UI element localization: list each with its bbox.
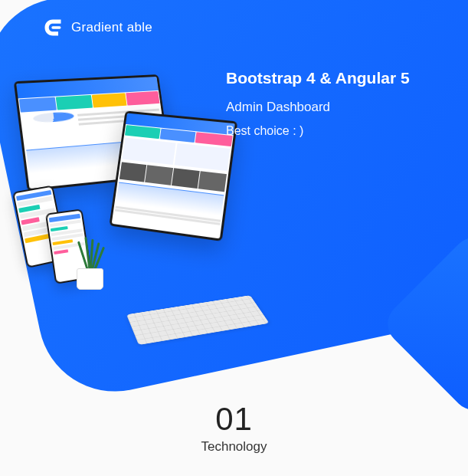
section-label: Technology (0, 439, 468, 455)
hero-subtitle: Admin Dashboard (226, 100, 410, 115)
hero-text-block: Bootstrap 4 & Angular 5 Admin Dashboard … (226, 69, 410, 138)
hero-title: Bootstrap 4 & Angular 5 (226, 69, 410, 87)
brand-logo: Gradient able (42, 17, 152, 38)
monitor-mockup-right (109, 110, 237, 241)
section-number: 01 (0, 401, 468, 438)
brand-name: Gradient able (71, 20, 152, 35)
plant-decoration (77, 268, 103, 290)
svg-rect-0 (51, 26, 61, 29)
hero-tagline: Best choice : ) (226, 124, 410, 138)
logo-icon (42, 17, 64, 38)
section-footer: 01 Technology (0, 401, 468, 455)
